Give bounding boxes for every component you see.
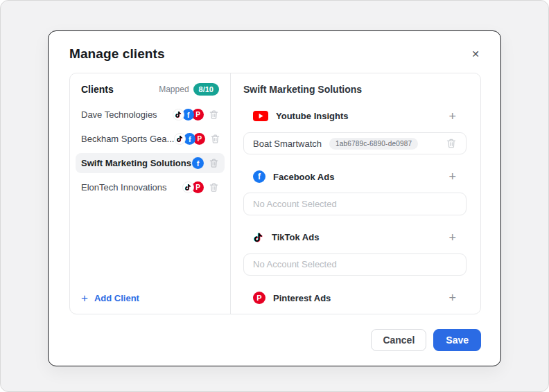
add-account-icon[interactable]: + (448, 170, 456, 183)
tiktok-icon (173, 109, 184, 121)
manage-clients-modal: Manage clients ✕ Clients Mapped 8/10 Dav… (48, 30, 501, 366)
mapped-label: Mapped (159, 84, 189, 94)
section-pinterest-ads: P Pinterest Ads + (243, 290, 467, 305)
clients-panel: Clients Mapped 8/10 Dave Technologies f … (70, 73, 231, 314)
tiktok-icon (253, 232, 264, 243)
tiktok-icon (182, 181, 194, 193)
client-platform-icons: P (182, 181, 219, 193)
client-row-swift-marketing-selected[interactable]: Swift Marketing Solutions f (76, 153, 225, 173)
close-icon[interactable]: ✕ (469, 46, 482, 62)
client-row-elontech-innovations[interactable]: ElonTech Innovations P (76, 177, 225, 197)
add-account-icon[interactable]: + (448, 110, 456, 123)
client-details-panel: Swift Marketing Solutions Youtube Insigh… (231, 73, 480, 314)
section-youtube-insights: Youtube Insights + (243, 109, 467, 124)
client-platform-icons: f (192, 157, 219, 169)
mapped-counter: Mapped 8/10 (159, 83, 219, 96)
section-label-wrap: P Pinterest Ads (253, 292, 331, 304)
facebook-account-select[interactable]: No Account Selected (243, 193, 467, 215)
cancel-button[interactable]: Cancel (371, 329, 426, 351)
add-account-icon[interactable]: + (448, 292, 456, 304)
client-row-beckham-sports[interactable]: Beckham Sports Gea... f P (76, 129, 225, 149)
delete-client-icon[interactable] (210, 134, 220, 144)
client-platform-icons: f P (174, 133, 220, 145)
pinterest-icon: P (253, 292, 265, 304)
section-label-wrap: Youtube Insights (253, 111, 348, 121)
section-label-wrap: TikTok Ads (253, 232, 319, 243)
section-tiktok-ads: TikTok Ads + (243, 230, 467, 245)
section-label: Pinterest Ads (273, 293, 331, 303)
app-background: Manage clients ✕ Clients Mapped 8/10 Dav… (0, 0, 549, 392)
account-name: Boat Smartwatch (253, 139, 322, 149)
section-label-wrap: f Facebook Ads (253, 170, 334, 183)
mapped-count-badge: 8/10 (193, 83, 219, 96)
section-label: Facebook Ads (273, 172, 334, 182)
delete-client-icon[interactable] (209, 109, 219, 120)
plus-icon: + (81, 292, 88, 304)
modal-footer: Cancel Save (371, 329, 481, 351)
section-label: TikTok Ads (272, 232, 319, 242)
client-name: Swift Marketing Solutions (81, 158, 191, 168)
add-account-icon[interactable]: + (448, 231, 456, 244)
facebook-icon: f (192, 157, 204, 169)
delete-client-icon[interactable] (209, 158, 219, 168)
client-name: Dave Technologies (81, 109, 157, 120)
panels-container: Clients Mapped 8/10 Dave Technologies f … (69, 73, 481, 314)
selected-client-title: Swift Marketing Solutions (243, 84, 467, 95)
tiktok-account-select[interactable]: No Account Selected (243, 253, 467, 276)
facebook-icon: f (253, 170, 265, 183)
client-name: Beckham Sports Gea... (81, 134, 174, 144)
add-client-label: Add Client (94, 293, 139, 303)
client-row-dave-technologies[interactable]: Dave Technologies f P (76, 105, 225, 125)
youtube-account-row: Boat Smartwatch 1ab6789c-6890-de0987 (243, 132, 467, 155)
client-list: Dave Technologies f P Beckham Sports Gea… (76, 105, 225, 197)
client-name: ElonTech Innovations (81, 182, 167, 193)
account-id-badge: 1ab6789c-6890-de0987 (329, 138, 418, 150)
modal-title: Manage clients (69, 46, 165, 62)
section-facebook-ads: f Facebook Ads + (243, 169, 467, 184)
add-client-button[interactable]: + Add Client (81, 291, 219, 305)
client-platform-icons: f P (173, 109, 219, 121)
save-button[interactable]: Save (433, 329, 481, 351)
modal-header: Manage clients ✕ (49, 31, 500, 73)
tiktok-icon (174, 133, 186, 145)
youtube-icon (253, 111, 268, 121)
remove-account-icon[interactable] (446, 138, 457, 149)
section-label: Youtube Insights (276, 111, 348, 121)
clients-heading: Clients (81, 84, 114, 95)
delete-client-icon[interactable] (209, 182, 219, 193)
clients-panel-header: Clients Mapped 8/10 (81, 83, 219, 96)
